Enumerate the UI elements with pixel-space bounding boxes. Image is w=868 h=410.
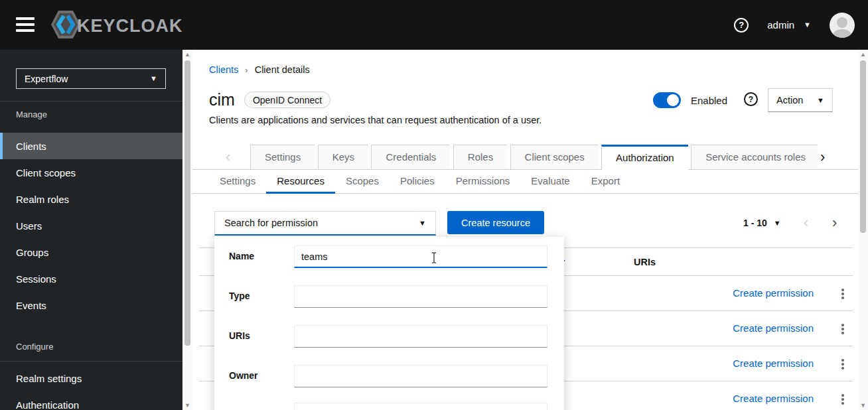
subtab-settings[interactable]: Settings bbox=[209, 170, 266, 194]
form-label-uris: URIs bbox=[229, 330, 250, 341]
sidebar-item-realm-roles[interactable]: Realm roles bbox=[0, 186, 182, 212]
help-icon[interactable]: ? bbox=[734, 18, 749, 33]
subtab-permissions[interactable]: Permissions bbox=[445, 170, 521, 194]
breadcrumb-separator-icon: › bbox=[245, 65, 248, 75]
kebab-menu-icon[interactable] bbox=[838, 287, 847, 301]
form-label-owner: Owner bbox=[229, 370, 258, 381]
pagination-range[interactable]: 1 - 10 bbox=[743, 218, 767, 228]
sidebar-item-sessions[interactable]: Sessions bbox=[0, 265, 182, 292]
caret-down-icon: ▼ bbox=[150, 75, 157, 82]
tabs-scroll-right-icon[interactable]: › bbox=[820, 149, 825, 166]
enabled-label: Enabled bbox=[691, 95, 727, 106]
create-permission-link[interactable]: Create permission bbox=[733, 322, 814, 334]
search-placeholder: Search for permission bbox=[224, 218, 318, 228]
tab-credentials[interactable]: Credentials bbox=[371, 145, 450, 170]
tab-client-scopes[interactable]: Client scopes bbox=[510, 145, 599, 170]
name-field[interactable] bbox=[294, 245, 547, 268]
pagination-prev-icon[interactable]: ‹ bbox=[804, 216, 808, 230]
tab-authorization[interactable]: Authorization bbox=[601, 145, 688, 170]
sidebar-nav: Expertflow ▼ Manage Clients Client scope… bbox=[0, 50, 182, 410]
action-label: Action bbox=[776, 95, 803, 105]
caret-down-icon: ▼ bbox=[419, 220, 426, 227]
create-permission-link[interactable]: Create permission bbox=[733, 287, 814, 299]
subtab-scopes[interactable]: Scopes bbox=[335, 170, 390, 194]
text-cursor-icon bbox=[430, 251, 438, 267]
type-field[interactable] bbox=[294, 285, 547, 308]
pagination: 1 - 10 ▼ ‹ › bbox=[743, 211, 849, 235]
client-tabs: Settings Keys Credentials Roles Client s… bbox=[250, 145, 818, 170]
sidebar-item-clients[interactable]: Clients bbox=[0, 133, 182, 159]
keycloak-logo: KEYCLOAK bbox=[50, 8, 183, 44]
tab-service-accounts-roles[interactable]: Service accounts roles bbox=[691, 145, 818, 170]
action-dropdown[interactable]: Action ▼ bbox=[768, 88, 833, 112]
scrollbar-thumb[interactable] bbox=[860, 60, 866, 233]
sidebar-item-authentication[interactable]: Authentication bbox=[0, 391, 182, 410]
client-description: Clients are applications and services th… bbox=[209, 115, 542, 125]
sidebar-divider bbox=[0, 361, 182, 362]
breadcrumb-clients-link[interactable]: Clients bbox=[209, 64, 238, 75]
scroll-down-icon[interactable]: ▼ bbox=[182, 401, 192, 410]
breadcrumb: Clients › Client details bbox=[209, 64, 310, 75]
nav-section-configure: Configure bbox=[16, 342, 53, 352]
form-label-type: Type bbox=[229, 291, 250, 301]
kebab-menu-icon[interactable] bbox=[838, 392, 847, 407]
sidebar-item-client-scopes[interactable]: Client scopes bbox=[0, 159, 182, 186]
avatar[interactable] bbox=[830, 13, 855, 38]
caret-down-icon: ▼ bbox=[817, 97, 824, 104]
kebab-menu-icon[interactable] bbox=[838, 322, 847, 336]
search-permission-select[interactable]: Search for permission ▼ bbox=[214, 211, 436, 236]
tab-keys[interactable]: Keys bbox=[318, 145, 368, 170]
kebab-menu-icon[interactable] bbox=[838, 357, 847, 372]
subtab-resources[interactable]: Resources bbox=[266, 170, 335, 194]
authorization-subtabs: Settings Resources Scopes Policies Permi… bbox=[209, 170, 630, 194]
sidebar-item-users[interactable]: Users bbox=[0, 212, 182, 239]
sidebar-item-realm-settings[interactable]: Realm settings bbox=[0, 365, 182, 391]
form-label-name: Name bbox=[229, 251, 254, 261]
create-permission-link[interactable]: Create permission bbox=[733, 358, 814, 369]
user-name: admin bbox=[767, 19, 794, 31]
search-filter-popover: Name Type URIs Owner bbox=[214, 237, 564, 410]
sidebar-divider bbox=[0, 101, 182, 102]
realm-name: Expertflow bbox=[25, 74, 68, 84]
sidebar-item-events[interactable]: Events bbox=[0, 292, 182, 318]
realm-selector[interactable]: Expertflow ▼ bbox=[16, 68, 166, 89]
page-title: cim bbox=[209, 90, 235, 109]
scroll-up-icon[interactable]: ▲ bbox=[858, 50, 868, 59]
uris-field[interactable] bbox=[294, 325, 547, 348]
subtab-policies[interactable]: Policies bbox=[390, 170, 445, 194]
tab-settings[interactable]: Settings bbox=[250, 145, 315, 170]
create-resource-button[interactable]: Create resource bbox=[447, 211, 544, 234]
user-menu[interactable]: admin ▼ bbox=[767, 19, 811, 31]
caret-down-icon: ▼ bbox=[804, 21, 811, 29]
brand-text: KEYCLOAK bbox=[77, 16, 183, 36]
nav-section-manage: Manage bbox=[16, 109, 47, 119]
pagination-next-icon[interactable]: › bbox=[832, 216, 837, 230]
subtab-export[interactable]: Export bbox=[581, 170, 630, 194]
owner-field[interactable] bbox=[294, 365, 547, 387]
create-permission-link[interactable]: Create permission bbox=[733, 393, 814, 404]
scrollbar-thumb[interactable] bbox=[184, 60, 190, 346]
scroll-up-icon[interactable]: ▲ bbox=[182, 50, 192, 59]
page-scrollbar[interactable]: ▲ ▼ bbox=[858, 50, 868, 410]
tab-roles[interactable]: Roles bbox=[453, 145, 507, 170]
scroll-down-icon[interactable]: ▼ bbox=[858, 401, 868, 410]
menu-icon[interactable] bbox=[16, 17, 36, 33]
column-header-uris: URIs bbox=[634, 248, 656, 277]
breadcrumb-current: Client details bbox=[255, 64, 310, 75]
sidebar-item-groups[interactable]: Groups bbox=[0, 239, 182, 265]
enabled-toggle[interactable] bbox=[653, 92, 681, 108]
top-bar: KEYCLOAK ? admin ▼ bbox=[0, 0, 868, 50]
sidebar-scrollbar[interactable]: ▲ ▼ bbox=[182, 50, 192, 410]
caret-down-icon[interactable]: ▼ bbox=[774, 220, 781, 227]
form-field-partial[interactable] bbox=[294, 403, 547, 410]
subtab-evaluate[interactable]: Evaluate bbox=[520, 170, 580, 194]
tabs-scroll-left-icon[interactable]: ‹ bbox=[226, 149, 230, 166]
help-icon[interactable]: ? bbox=[744, 92, 758, 106]
protocol-badge: OpenID Connect bbox=[244, 92, 330, 108]
